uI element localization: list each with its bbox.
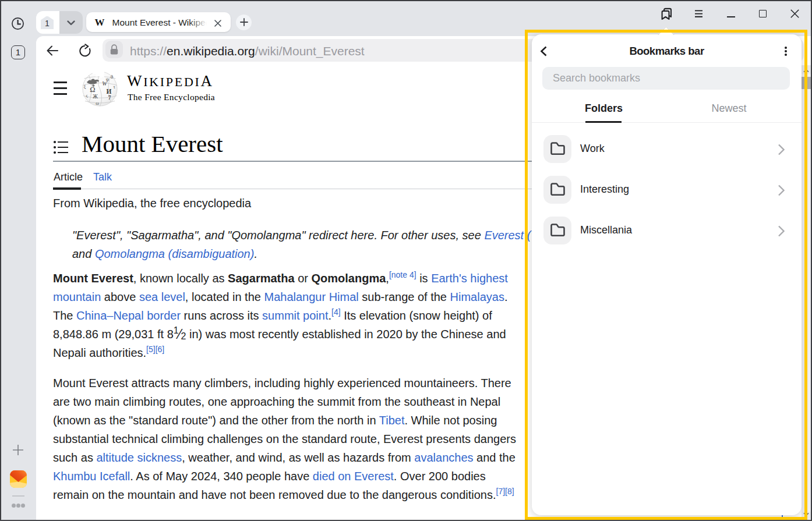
svg-text:7: 7 xyxy=(108,95,111,101)
svg-text:Ж: Ж xyxy=(93,94,98,100)
svg-text:ξ: ξ xyxy=(84,84,86,90)
svg-text:1: 1 xyxy=(45,18,50,27)
svg-text:ð: ð xyxy=(111,74,113,80)
svg-text:ψ: ψ xyxy=(106,76,110,82)
svg-text:ω: ω xyxy=(96,100,99,106)
svg-text:Ω: Ω xyxy=(90,86,95,94)
svg-text:И: И xyxy=(107,88,112,95)
